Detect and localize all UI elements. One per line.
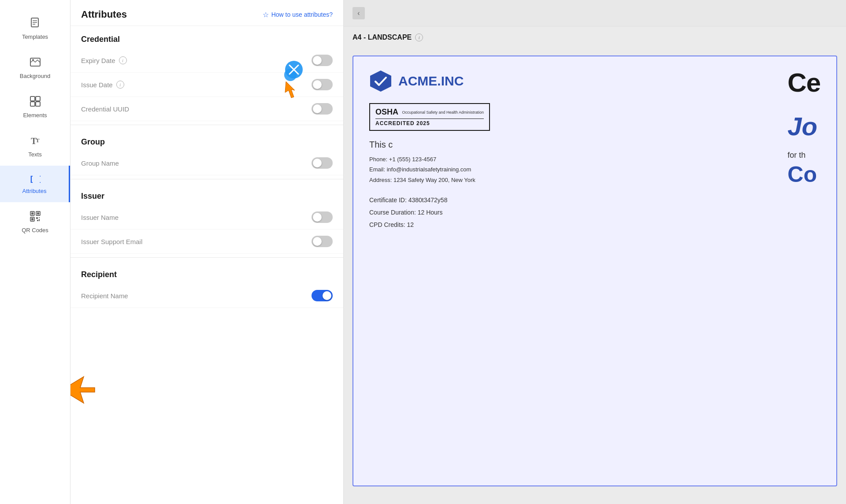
elements-icon <box>29 95 41 109</box>
issue-date-slider <box>312 79 333 90</box>
recipient-name-toggle[interactable] <box>312 290 333 301</box>
cert-name-partial: Jo <box>787 114 820 139</box>
certificate-inner: ACME.INC OSHA Occupational Safety and He… <box>353 56 836 485</box>
star-icon: ☆ <box>263 11 269 19</box>
issuer-support-email-label: Issuer Support Email <box>81 238 142 245</box>
svg-rect-21 <box>31 218 33 220</box>
credential-uuid-label: Credential UUID <box>81 105 129 113</box>
divider-3 <box>70 257 343 258</box>
group-name-toggle[interactable] <box>312 157 333 169</box>
issuer-support-email-toggle[interactable] <box>312 236 333 247</box>
sidebar-item-attributes-label: Attributes <box>22 188 47 194</box>
cpd-credits: CPD Credits: 12 <box>369 219 490 231</box>
sidebar-item-background-label: Background <box>20 73 50 79</box>
cert-course-partial: Co <box>787 163 820 185</box>
svg-rect-24 <box>39 219 40 221</box>
expiry-date-label: Expiry Date i <box>81 56 127 64</box>
cert-for-text: for th <box>787 151 820 160</box>
company-name: ACME.INC <box>398 74 464 89</box>
attribute-row-recipient-name: Recipient Name <box>70 284 343 308</box>
svg-rect-6 <box>30 96 35 101</box>
svg-rect-22 <box>36 217 38 219</box>
issuer-name-label: Issuer Name <box>81 214 119 221</box>
svg-rect-9 <box>36 102 40 106</box>
credential-uuid-toggle[interactable] <box>312 103 333 115</box>
sidebar-item-templates-label: Templates <box>22 33 48 40</box>
back-chevron-icon: ‹ <box>357 9 360 17</box>
company-logo-hex <box>369 70 392 93</box>
preview-header: ‹ <box>344 0 846 26</box>
cert-contact-info: Phone: +1 (555) 123-4567 Email: info@ind… <box>369 154 490 185</box>
svg-rect-8 <box>30 102 35 106</box>
certificate-id: Certificate ID: 4380t3472y58 <box>369 194 490 206</box>
certificate-preview: ACME.INC OSHA Occupational Safety and He… <box>352 56 837 486</box>
sidebar-item-qrcodes-label: QR Codes <box>22 227 48 233</box>
attribute-row-issuer-name: Issuer Name <box>70 205 343 230</box>
sidebar-item-background[interactable]: Background <box>0 48 70 87</box>
contact-phone: Phone: +1 (555) 123-4567 <box>369 154 490 164</box>
contact-address: Address: 1234 Safety Way 200, New York <box>369 175 490 185</box>
preview-panel: ‹ A4 - LANDSCAPE i ACM <box>344 0 846 504</box>
page-size-info-icon[interactable]: i <box>415 33 423 41</box>
svg-text:T: T <box>36 137 40 144</box>
osha-subtitle: Occupational Safety and Health Administr… <box>402 110 484 115</box>
cert-header: ACME.INC <box>369 70 490 93</box>
issuer-name-toggle[interactable] <box>312 211 333 223</box>
svg-point-5 <box>32 59 34 61</box>
cert-title-partial: Ce <box>787 70 820 96</box>
credential-uuid-slider <box>312 103 333 115</box>
divider-2 <box>70 179 343 179</box>
attribute-row-issuer-support-email: Issuer Support Email <box>70 230 343 254</box>
sidebar-item-elements[interactable]: Elements <box>0 87 70 126</box>
svg-rect-25 <box>37 220 38 221</box>
issue-date-info-icon[interactable]: i <box>116 81 124 89</box>
attribute-row-issue-date: Issue Date i <box>70 73 343 97</box>
svg-marker-32 <box>370 70 391 92</box>
how-to-link[interactable]: ☆ How to use attributes? <box>263 11 333 19</box>
svg-rect-23 <box>39 217 40 218</box>
sidebar-item-elements-label: Elements <box>23 112 47 119</box>
expiry-date-toggle[interactable] <box>312 55 333 66</box>
osha-title: OSHA <box>375 107 398 116</box>
attribute-row-group-name: Group Name <box>70 151 343 175</box>
background-icon <box>29 56 41 70</box>
section-credential-title: Credential <box>70 26 343 48</box>
section-group-title: Group <box>70 129 343 151</box>
section-issuer-title: Issuer <box>70 183 343 205</box>
issuer-support-email-slider <box>312 236 333 247</box>
preview-back-button[interactable]: ‹ <box>352 7 365 19</box>
page-size-section: A4 - LANDSCAPE i <box>344 26 846 47</box>
section-recipient-title: Recipient <box>70 261 343 284</box>
svg-rect-7 <box>36 96 40 101</box>
group-name-slider <box>312 157 333 169</box>
expiry-date-slider <box>312 55 333 66</box>
sidebar-item-texts-label: Texts <box>28 151 41 158</box>
sidebar: Templates Background Elements <box>0 0 70 504</box>
templates-icon <box>29 17 41 31</box>
svg-rect-17 <box>31 212 33 215</box>
sidebar-item-templates[interactable]: Templates <box>0 9 70 48</box>
svg-rect-19 <box>37 212 39 215</box>
panel-title: Attributes <box>81 9 127 20</box>
page-size-text: A4 - LANDSCAPE <box>352 33 412 41</box>
how-to-link-text: How to use attributes? <box>271 11 333 18</box>
panel-header: Attributes ☆ How to use attributes? <box>70 0 343 26</box>
qrcodes-icon <box>29 210 41 224</box>
sidebar-item-qrcodes[interactable]: QR Codes <box>0 202 70 241</box>
panel-content[interactable]: Credential Expiry Date i Issue Date i <box>70 26 343 504</box>
attributes-panel: Attributes ☆ How to use attributes? Cred… <box>70 0 344 504</box>
sidebar-item-texts[interactable]: T T Texts <box>0 126 70 166</box>
cert-this-text: This c <box>369 140 490 150</box>
osha-accreditation-box: OSHA Occupational Safety and Health Admi… <box>369 103 490 131</box>
expiry-date-info-icon[interactable]: i <box>119 56 127 64</box>
sidebar-item-attributes[interactable]: [ ] Attributes <box>0 166 70 202</box>
contact-email: Email: info@industrialsafetytraining.com <box>369 164 490 174</box>
attributes-icon: [ ] <box>28 174 41 185</box>
preview-content: ACME.INC OSHA Occupational Safety and He… <box>344 47 846 504</box>
issuer-name-slider <box>312 211 333 223</box>
divider-1 <box>70 125 343 125</box>
issue-date-toggle[interactable] <box>312 79 333 90</box>
course-duration: Course Duration: 12 Hours <box>369 206 490 219</box>
cert-details: Certificate ID: 4380t3472y58 Course Dura… <box>369 194 490 231</box>
issue-date-label: Issue Date i <box>81 81 124 89</box>
